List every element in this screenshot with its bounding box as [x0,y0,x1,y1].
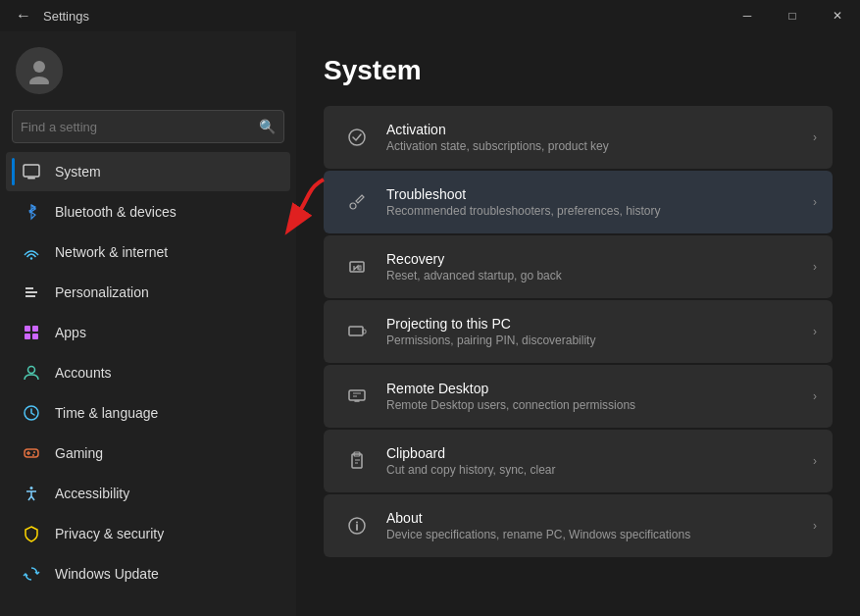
minimize-button[interactable]: ─ [725,0,770,31]
update-icon [22,564,41,584]
svg-rect-11 [32,334,38,339]
svg-rect-3 [27,178,35,180]
settings-item-remote-desktop[interactable]: Remote Desktop Remote Desktop users, con… [324,365,833,428]
svg-rect-10 [25,334,30,339]
recovery-icon [339,249,375,284]
settings-item-title: Projecting to this PC [386,316,813,332]
app-container: 🔍 System Bluetooth & devices Network & i… [0,31,860,616]
settings-item-about[interactable]: About Device specifications, rename PC, … [324,494,833,557]
chevron-right-icon: › [813,195,817,209]
search-box[interactable]: 🔍 [12,110,284,143]
back-icon: ← [16,7,31,25]
svg-rect-24 [349,327,363,335]
avatar [16,47,63,94]
sidebar-item-label: Network & internet [55,244,168,260]
settings-item-troubleshoot[interactable]: Troubleshoot Recommended troubleshooters… [324,171,833,233]
settings-item-desc: Reset, advanced startup, go back [386,269,813,282]
settings-item-title: Remote Desktop [386,381,813,396]
settings-item-text: Recovery Reset, advanced startup, go bac… [386,251,813,282]
settings-list: Activation Activation state, subscriptio… [324,106,833,557]
gaming-icon [22,443,41,463]
sidebar-item-update[interactable]: Windows Update [6,554,290,593]
settings-item-desc: Device specifications, rename PC, Window… [386,528,813,541]
sidebar-item-label: Windows Update [55,566,159,582]
chevron-right-icon: › [813,260,817,274]
svg-point-17 [33,451,35,453]
settings-item-activation[interactable]: Activation Activation state, subscriptio… [324,106,833,169]
system-icon [22,162,41,181]
svg-rect-8 [25,326,30,332]
svg-point-19 [30,487,33,489]
settings-item-title: Troubleshoot [386,186,813,202]
sidebar-item-label: Apps [55,325,86,340]
settings-item-text: Projecting to this PC Permissions, pairi… [386,316,813,347]
sidebar-item-system[interactable]: System [6,152,290,191]
about-icon [339,508,375,543]
titlebar: ← Settings ─ □ ✕ [0,0,860,31]
sidebar-item-label: Bluetooth & devices [55,204,177,220]
sidebar-item-personalization[interactable]: Personalization [6,273,290,312]
sidebar-item-label: Gaming [55,445,103,461]
settings-item-title: Recovery [386,251,813,267]
sidebar-item-bluetooth[interactable]: Bluetooth & devices [6,192,290,231]
sidebar-item-label: Time & language [55,405,158,421]
close-icon: ✕ [833,9,842,23]
svg-point-4 [30,257,32,259]
sidebar-item-privacy[interactable]: Privacy & security [6,514,290,553]
main-content: System Activation Activation state, subs… [296,31,860,616]
svg-point-20 [349,129,365,145]
settings-item-title: Activation [386,122,813,137]
svg-rect-23 [359,266,361,270]
settings-item-clipboard[interactable]: Clipboard Cut and copy history, sync, cl… [324,430,833,492]
settings-item-desc: Activation state, subscriptions, product… [386,139,813,153]
settings-item-desc: Remote Desktop users, connection permiss… [386,398,813,412]
svg-point-18 [32,454,34,456]
accessibility-icon [22,484,41,503]
settings-item-recovery[interactable]: Recovery Reset, advanced startup, go bac… [324,235,833,298]
search-icon[interactable]: 🔍 [259,119,276,134]
minimize-icon: ─ [743,9,752,23]
chevron-right-icon: › [813,325,817,338]
maximize-button[interactable]: □ [770,0,815,31]
search-input[interactable] [21,120,259,134]
sidebar-item-accounts[interactable]: Accounts [6,353,290,392]
settings-item-text: About Device specifications, rename PC, … [386,510,813,541]
bluetooth-icon [22,202,41,222]
sidebar-item-label: Accessibility [55,486,129,501]
apps-icon [22,323,41,342]
accounts-icon [22,363,41,383]
settings-item-text: Activation Activation state, subscriptio… [386,122,813,153]
svg-rect-25 [363,330,366,334]
svg-point-12 [28,367,35,374]
network-icon [22,242,41,262]
settings-item-text: Clipboard Cut and copy history, sync, cl… [386,445,813,477]
page-title: System [324,55,833,86]
settings-item-text: Troubleshoot Recommended troubleshooters… [386,186,813,218]
sidebar-item-time[interactable]: Time & language [6,393,290,433]
settings-item-title: About [386,510,813,526]
settings-item-desc: Permissions, pairing PIN, discoverabilit… [386,334,813,347]
maximize-icon: □ [788,9,795,23]
sidebar: 🔍 System Bluetooth & devices Network & i… [0,31,296,616]
app-title: Settings [43,9,89,24]
settings-item-title: Clipboard [386,445,813,461]
clipboard-icon [339,443,375,479]
sidebar-item-label: System [55,164,101,180]
remote-desktop-icon [339,379,375,414]
back-button[interactable]: ← [12,4,35,27]
troubleshoot-icon [339,184,375,220]
svg-point-1 [29,77,49,84]
svg-point-35 [356,522,358,524]
close-button[interactable]: ✕ [815,0,860,31]
sidebar-nav: System Bluetooth & devices Network & int… [0,151,296,594]
sidebar-item-apps[interactable]: Apps [6,313,290,352]
chevron-right-icon: › [813,130,817,144]
settings-item-projecting[interactable]: Projecting to this PC Permissions, pairi… [324,300,833,363]
sidebar-item-network[interactable]: Network & internet [6,232,290,272]
svg-point-0 [33,61,45,73]
chevron-right-icon: › [813,389,817,403]
sidebar-item-gaming[interactable]: Gaming [6,434,290,473]
chevron-right-icon: › [813,519,817,533]
sidebar-item-accessibility[interactable]: Accessibility [6,474,290,513]
privacy-icon [22,524,41,543]
